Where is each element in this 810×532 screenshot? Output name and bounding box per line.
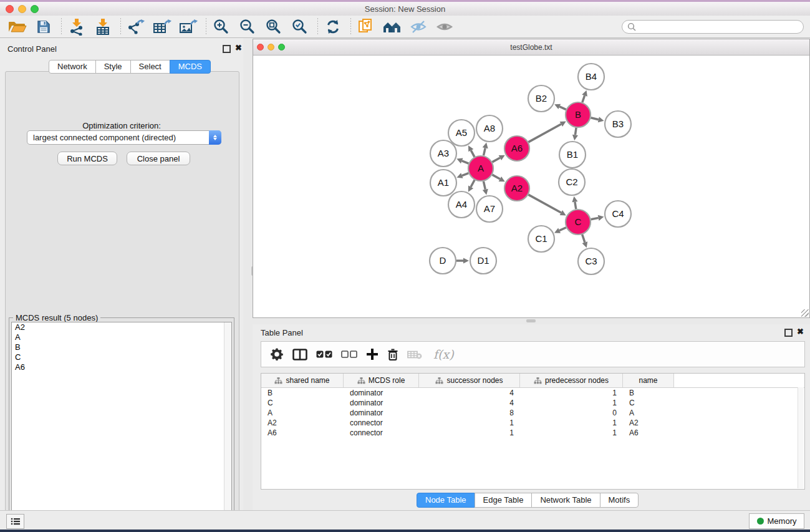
- hide-selection-icon[interactable]: [408, 18, 428, 36]
- table-cell[interactable]: 1: [520, 399, 623, 407]
- table-cell[interactable]: 4: [419, 389, 520, 397]
- horizontal-splitter-handle[interactable]: [526, 319, 536, 322]
- table-cell[interactable]: 1: [520, 389, 623, 397]
- column-header-predecessor-nodes[interactable]: predecessor nodes: [520, 374, 623, 387]
- result-scrollbar[interactable]: [224, 322, 231, 529]
- search-box[interactable]: [622, 20, 804, 34]
- select-all-icon[interactable]: [316, 351, 332, 358]
- mcds-result-list[interactable]: A2ABCA6: [11, 322, 232, 530]
- graph-edge-A-A5[interactable]: [471, 150, 475, 157]
- search-input[interactable]: [636, 22, 803, 32]
- tab-network-table[interactable]: Network Table: [531, 493, 600, 508]
- table-row[interactable]: Adominator80A: [261, 408, 804, 418]
- table-cell[interactable]: A6: [261, 428, 344, 437]
- result-item[interactable]: A: [12, 332, 231, 342]
- table-cell[interactable]: dominator: [344, 409, 419, 417]
- table-cell[interactable]: 1: [419, 418, 520, 427]
- table-row[interactable]: A6connector11A6: [261, 428, 804, 438]
- delete-table-icon[interactable]: [407, 350, 422, 359]
- graph-edge-A-A3[interactable]: [462, 161, 469, 163]
- apply-layout-icon[interactable]: [323, 18, 343, 36]
- table-cell[interactable]: C: [623, 399, 674, 407]
- table-row[interactable]: Bdominator41B: [261, 388, 804, 398]
- zoom-in-icon[interactable]: [211, 18, 231, 36]
- export-network-icon[interactable]: [126, 18, 146, 36]
- table-cell[interactable]: A: [623, 409, 674, 417]
- column-header-successor-nodes[interactable]: successor nodes: [419, 374, 520, 387]
- graph-edge-C-C3[interactable]: [582, 235, 585, 243]
- table-cell[interactable]: A2: [261, 418, 344, 427]
- table-cell[interactable]: 8: [419, 409, 520, 417]
- graph-edge-A-A8[interactable]: [483, 148, 485, 155]
- result-item[interactable]: A6: [12, 362, 231, 372]
- graph-edge-B-B1[interactable]: [575, 128, 576, 135]
- network-canvas[interactable]: B4B2BB3A8A5A6A3B1AA1C2A2A4A7C4CC1C3DD1: [254, 56, 809, 317]
- graph-edge-C-C1[interactable]: [559, 228, 566, 231]
- table-cell[interactable]: dominator: [344, 399, 419, 407]
- table-cell[interactable]: A2: [623, 418, 674, 427]
- table-cell[interactable]: connector: [344, 418, 419, 427]
- table-cell[interactable]: C: [261, 399, 344, 407]
- table-cell[interactable]: 4: [419, 399, 520, 407]
- table-cell[interactable]: A6: [623, 428, 674, 437]
- table-cell[interactable]: 0: [520, 409, 623, 417]
- graph-edge-C-C4[interactable]: [591, 218, 599, 219]
- table-cell[interactable]: dominator: [344, 389, 419, 397]
- function-builder-icon[interactable]: f(x): [433, 347, 454, 361]
- float-panel-icon[interactable]: [223, 45, 231, 53]
- table-cell[interactable]: B: [261, 389, 344, 397]
- tab-style[interactable]: Style: [95, 60, 131, 74]
- network-window-titlebar[interactable]: testGlobe.txt: [253, 39, 809, 56]
- zoom-out-icon[interactable]: [238, 18, 258, 36]
- criterion-dropdown[interactable]: largest connected component (directed): [27, 130, 221, 145]
- graph-edge-A6-B[interactable]: [528, 124, 561, 142]
- graph-edge-B-B2[interactable]: [559, 107, 566, 110]
- show-all-icon[interactable]: [435, 18, 455, 36]
- result-item[interactable]: C: [12, 352, 231, 362]
- task-history-button[interactable]: [6, 514, 24, 529]
- table-cell[interactable]: B: [623, 389, 674, 397]
- result-item[interactable]: A2: [12, 322, 231, 332]
- column-header-name[interactable]: name: [623, 374, 674, 387]
- table-cell[interactable]: connector: [344, 428, 419, 437]
- graph-edge-A-A6[interactable]: [492, 158, 499, 162]
- zoom-selected-icon[interactable]: [290, 18, 310, 36]
- table-cell[interactable]: 1: [520, 418, 623, 427]
- table-row[interactable]: A2connector11A2: [261, 418, 804, 428]
- deselect-all-icon[interactable]: [341, 351, 357, 358]
- first-neighbors-icon[interactable]: [382, 18, 402, 36]
- tab-network[interactable]: Network: [49, 60, 96, 74]
- column-selector-icon[interactable]: [292, 349, 307, 360]
- graph-edge-A-A1[interactable]: [462, 173, 469, 176]
- import-network-icon[interactable]: [67, 18, 87, 36]
- graph-edge-A-A4[interactable]: [471, 180, 475, 187]
- tab-select[interactable]: Select: [130, 60, 170, 74]
- graph-edge-C-C2[interactable]: [575, 202, 576, 210]
- float-table-panel-icon[interactable]: [784, 329, 793, 337]
- export-image-icon[interactable]: [178, 18, 198, 36]
- graph-edge-A-A7[interactable]: [483, 181, 485, 190]
- result-item[interactable]: B: [12, 342, 231, 352]
- run-mcds-button[interactable]: Run MCDS: [57, 152, 117, 165]
- export-table-icon[interactable]: [152, 18, 172, 36]
- import-table-icon[interactable]: [93, 18, 113, 36]
- graph-edge-B-B3[interactable]: [591, 118, 598, 120]
- tab-mcds[interactable]: MCDS: [170, 60, 211, 74]
- column-header-shared-name[interactable]: shared name: [261, 374, 344, 387]
- table-settings-gear-icon[interactable]: [270, 347, 284, 361]
- table-cell[interactable]: 1: [520, 428, 623, 437]
- window-resize-grip[interactable]: [801, 309, 809, 317]
- table-row[interactable]: Cdominator41C: [261, 398, 804, 408]
- table-cell[interactable]: A: [261, 409, 344, 417]
- tab-motifs[interactable]: Motifs: [600, 493, 639, 508]
- memory-button[interactable]: Memory: [749, 513, 804, 529]
- table-scrollbar[interactable]: [798, 387, 804, 488]
- graph-edge-A2-C[interactable]: [528, 195, 561, 213]
- new-network-from-selection-icon[interactable]: [356, 18, 376, 36]
- graph-edge-B-B4[interactable]: [582, 95, 585, 102]
- close-panel-icon[interactable]: ✖: [235, 43, 242, 52]
- column-header-MCDS-role[interactable]: MCDS role: [344, 374, 419, 387]
- graph-edge-A-A2[interactable]: [492, 175, 499, 179]
- zoom-fit-icon[interactable]: [264, 18, 284, 36]
- close-table-panel-icon[interactable]: ✖: [797, 327, 804, 336]
